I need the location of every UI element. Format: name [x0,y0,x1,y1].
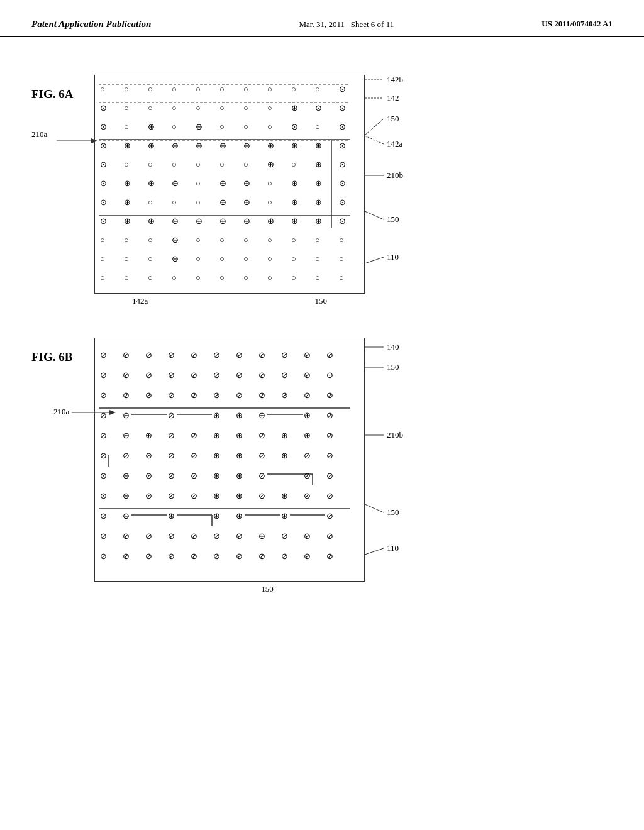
fig-6a-210a-line [57,135,97,147]
fig-6b-annotations-svg: 140 150 210b 150 110 [365,338,440,577]
fig-6b-box: ⊘⊘⊘⊘⊘⊘⊘⊘⊘⊘⊘ ⊘⊘⊘⊘⊘⊘⊘⊘⊘⊘⊙ ⊘⊘⊘⊘⊘⊘⊘⊘⊘⊘⊘ ⊘ ⊕ … [94,338,365,582]
svg-text:○: ○ [172,103,177,113]
svg-text:○: ○ [124,273,129,282]
svg-text:⊘: ⊘ [304,451,311,460]
fig-6b-diagram: ⊘⊘⊘⊘⊘⊘⊘⊘⊘⊘⊘ ⊘⊘⊘⊘⊘⊘⊘⊘⊘⊘⊙ ⊘⊘⊘⊘⊘⊘⊘⊘⊘⊘⊘ ⊘ ⊕ … [94,338,365,594]
svg-text:⊙: ⊙ [339,122,346,131]
svg-text:○: ○ [124,103,129,113]
svg-text:⊕: ⊕ [172,179,179,188]
svg-line-133 [365,136,384,144]
svg-text:⊕: ⊕ [219,197,226,207]
svg-text:○: ○ [172,197,177,207]
svg-text:⊘: ⊘ [123,551,130,561]
fig-6a-box: text { font-size: 13px; font-family: ser… [94,75,365,294]
svg-text:⊘: ⊘ [168,471,175,480]
svg-text:⊘: ⊘ [145,531,152,541]
svg-text:○: ○ [124,235,129,245]
svg-text:⊕: ⊕ [148,141,155,150]
svg-text:○: ○ [219,122,225,131]
svg-text:○: ○ [124,84,129,94]
svg-text:○: ○ [148,254,153,263]
svg-text:⊕: ⊕ [315,141,322,150]
header-publication-type: Patent Application Publication [31,19,151,30]
svg-text:⊘: ⊘ [213,370,220,380]
svg-text:⊙: ⊙ [100,141,107,150]
svg-text:⊕: ⊕ [148,216,155,226]
svg-text:⊙: ⊙ [100,179,107,188]
svg-text:⊕: ⊕ [213,451,220,460]
svg-text:110: 110 [387,543,399,553]
svg-text:⊕: ⊕ [148,122,155,131]
svg-text:⊘: ⊘ [258,390,265,400]
svg-text:⊕: ⊕ [267,216,274,226]
svg-text:○: ○ [291,84,296,94]
svg-text:⊕: ⊕ [243,197,250,207]
svg-text:⊘: ⊘ [100,370,107,380]
svg-text:⊘: ⊘ [304,491,311,501]
svg-text:○: ○ [267,197,272,207]
svg-text:⊘: ⊘ [191,451,197,460]
svg-text:⊕: ⊕ [123,431,130,440]
svg-text:⊘: ⊘ [304,471,311,480]
svg-text:⊕: ⊕ [281,511,288,521]
svg-text:○: ○ [172,160,177,169]
fig-6a-diagram: text { font-size: 13px; font-family: ser… [94,75,365,306]
svg-text:⊘: ⊘ [191,471,197,480]
svg-text:⊘: ⊘ [100,491,107,501]
svg-text:○: ○ [219,235,225,245]
svg-text:⊙: ⊙ [339,141,346,150]
svg-text:○: ○ [219,254,225,263]
svg-text:⊘: ⊘ [326,451,333,460]
fig-6b-annotation-210a: 210a [53,407,116,418]
svg-line-137 [365,211,384,219]
svg-text:⊘: ⊘ [258,350,265,360]
fig-6b-bottom-label: 150 [94,584,365,594]
svg-text:⊘: ⊘ [145,551,152,561]
svg-text:⊕: ⊕ [123,411,130,420]
svg-text:⊙: ⊙ [339,84,346,94]
svg-text:○: ○ [124,160,129,169]
svg-text:⊕: ⊕ [291,103,298,113]
svg-text:⊘: ⊘ [326,350,333,360]
svg-text:⊕: ⊕ [219,179,226,188]
svg-text:⊘: ⊘ [191,531,197,541]
svg-text:⊘: ⊘ [100,390,107,400]
svg-text:○: ○ [219,273,225,282]
svg-text:⊘: ⊘ [236,390,243,400]
svg-text:⊘: ⊘ [258,431,265,440]
svg-text:⊕: ⊕ [124,141,131,150]
svg-text:○: ○ [291,273,296,282]
svg-text:○: ○ [315,122,320,131]
svg-text:⊕: ⊕ [291,141,298,150]
svg-text:⊙: ⊙ [339,103,346,113]
svg-text:⊘: ⊘ [168,431,175,440]
svg-text:⊙: ⊙ [339,216,346,226]
svg-text:⊕: ⊕ [291,197,298,207]
fig-6a-annotation-210a: 210a [57,135,97,150]
svg-text:○: ○ [267,179,272,188]
svg-text:⊕: ⊕ [196,216,203,226]
svg-text:⊕: ⊕ [315,216,322,226]
svg-text:⊘: ⊘ [145,451,152,460]
svg-text:○: ○ [148,197,153,207]
svg-text:○: ○ [148,84,153,94]
svg-line-275 [365,504,384,512]
svg-text:⊕: ⊕ [213,511,220,521]
svg-text:⊘: ⊘ [304,551,311,561]
svg-text:⊘: ⊘ [304,370,311,380]
svg-text:⊘: ⊘ [281,390,288,400]
svg-text:⊘: ⊘ [145,350,152,360]
fig-6a-210a-label: 210a [31,130,47,140]
svg-text:⊘: ⊘ [213,390,220,400]
svg-text:⊕: ⊕ [124,197,131,207]
svg-line-139 [365,257,384,263]
svg-text:○: ○ [267,84,272,94]
svg-text:○: ○ [267,235,272,245]
svg-text:⊘: ⊘ [281,350,288,360]
svg-text:⊘: ⊘ [191,350,197,360]
svg-text:⊙: ⊙ [100,216,107,226]
svg-text:⊙: ⊙ [326,370,333,380]
svg-text:⊕: ⊕ [168,511,175,521]
svg-marker-280 [109,410,116,415]
svg-text:⊕: ⊕ [123,471,130,480]
